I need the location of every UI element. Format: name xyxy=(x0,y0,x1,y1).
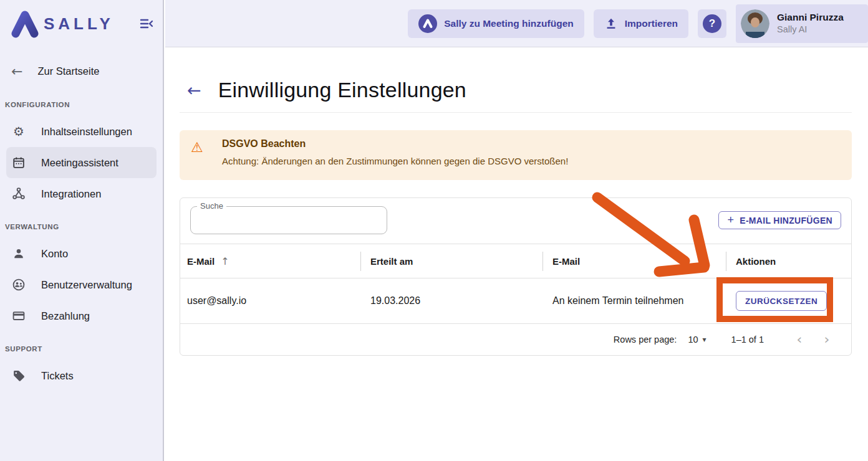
menu-collapse-icon[interactable] xyxy=(139,16,154,31)
search-field-label: Suche xyxy=(197,201,226,211)
person-icon xyxy=(11,246,26,261)
dropdown-caret-icon: ▾ xyxy=(703,335,706,344)
help-button[interactable]: ? xyxy=(698,9,726,38)
title-divider xyxy=(180,112,852,113)
table-pagination: Rows per page: 10 ▾ 1–1 of 1 ‹ › xyxy=(180,324,851,354)
credit-card-icon xyxy=(11,308,26,323)
cell-consent: An keinem Termin teilnehmen xyxy=(543,278,726,323)
dsgvo-warning-alert: ⚠ DSGVO Beachten Achtung: Änderungen an … xyxy=(180,130,852,180)
sidebar-item-benutzerverwaltung[interactable]: Benutzerverwaltung xyxy=(6,269,157,300)
page-back-button[interactable]: ← xyxy=(187,80,201,100)
sidebar-section-support: SUPPORT xyxy=(5,345,163,355)
user-profile-menu[interactable]: Gianni Piruzza Sally AI xyxy=(736,4,868,43)
upload-icon xyxy=(604,17,618,31)
add-email-label: E-MAIL HINZUFÜGEN xyxy=(740,216,832,226)
rows-per-page-select[interactable]: 10 ▾ xyxy=(688,335,706,345)
gear-icon: ⚙ xyxy=(11,124,26,139)
reset-button[interactable]: ZURÜCKSETZEN xyxy=(736,291,827,311)
user-name: Gianni Piruzza xyxy=(777,11,844,24)
sidebar-section-konfiguration: KONFIGURATION xyxy=(5,101,163,111)
search-input[interactable] xyxy=(191,207,387,234)
import-button[interactable]: Importieren xyxy=(594,9,688,38)
sidebar-nav-verwaltung: Konto Benutzerverwaltung xyxy=(0,238,163,331)
alert-message: Achtung: Änderungen an den Zustimmungen … xyxy=(222,156,568,166)
table-toolbar: Suche + E-MAIL HINZUFÜGEN xyxy=(180,198,851,244)
table-row: user@sally.io 19.03.2026 An keinem Termi… xyxy=(180,278,851,324)
cell-granted-on: 19.03.2026 xyxy=(361,278,543,323)
cell-email: user@sally.io xyxy=(180,278,361,323)
sidebar-back-home[interactable]: ← Zur Startseite xyxy=(0,60,163,82)
pagination-range: 1–1 of 1 xyxy=(731,335,764,345)
page-title: Einwilligung Einstellungen xyxy=(218,78,466,102)
import-label: Importieren xyxy=(625,18,678,29)
sidebar-nav-support: Tickets xyxy=(0,360,163,391)
previous-page-button[interactable]: ‹ xyxy=(790,333,809,346)
sally-logo-icon xyxy=(10,9,40,39)
warning-icon: ⚠ xyxy=(191,140,207,172)
add-sally-to-meeting-button[interactable]: Sally zu Meeting hinzufügen xyxy=(408,9,584,38)
sally-badge-icon xyxy=(418,14,437,33)
column-header-email[interactable]: E-Mail ↑ xyxy=(180,244,361,278)
tag-icon xyxy=(11,368,26,383)
users-group-icon xyxy=(11,277,26,292)
table-header-row: E-Mail ↑ Erteilt am E-Mail Aktionen xyxy=(180,244,851,278)
sort-ascending-icon: ↑ xyxy=(221,255,229,267)
plus-icon: + xyxy=(727,214,734,227)
rows-per-page-label: Rows per page: xyxy=(614,335,677,345)
sidebar-nav: ⚙ Inhaltseinstellungen Meetingassistent xyxy=(0,116,163,209)
column-header-aktionen: Aktionen xyxy=(726,244,851,278)
add-sally-to-meeting-label: Sally zu Meeting hinzufügen xyxy=(444,18,574,29)
back-home-label: Zur Startseite xyxy=(37,65,99,77)
next-page-button[interactable]: › xyxy=(817,333,836,346)
sidebar: SALLY ← Zur Startseite KONFIGURATION ⚙ I… xyxy=(0,0,164,461)
calendar-icon xyxy=(11,155,26,170)
consent-table-card: Suche + E-MAIL HINZUFÜGEN E-Mail ↑ Ertei… xyxy=(180,197,852,356)
sidebar-item-meetingassistent[interactable]: Meetingassistent xyxy=(6,147,157,178)
sidebar-item-integrationen[interactable]: Integrationen xyxy=(6,178,157,209)
app-window: SALLY ← Zur Startseite KONFIGURATION ⚙ I… xyxy=(0,0,868,461)
help-icon: ? xyxy=(703,14,721,33)
avatar xyxy=(741,9,769,38)
back-arrow-icon: ← xyxy=(11,64,22,79)
sidebar-item-tickets[interactable]: Tickets xyxy=(6,360,157,391)
topbar: Sally zu Meeting hinzufügen Importieren … xyxy=(165,0,868,47)
hub-icon xyxy=(11,186,26,201)
column-header-erteilt-am[interactable]: Erteilt am xyxy=(361,244,543,278)
brand-name: SALLY xyxy=(44,14,139,34)
search-field: Suche xyxy=(190,206,387,234)
alert-title: DSGVO Beachten xyxy=(222,138,568,150)
main-content: ← Einwilligung Einstellungen ⚠ DSGVO Bea… xyxy=(165,48,868,461)
sidebar-item-bezahlung[interactable]: Bezahlung xyxy=(6,300,157,331)
add-email-button[interactable]: + E-MAIL HINZUFÜGEN xyxy=(718,211,841,229)
sidebar-section-verwaltung: VERWALTUNG xyxy=(5,223,163,233)
column-header-email-2[interactable]: E-Mail xyxy=(543,244,726,278)
brand-header: SALLY xyxy=(0,0,163,40)
sidebar-item-inhaltseinstellungen[interactable]: ⚙ Inhaltseinstellungen xyxy=(6,116,157,147)
sidebar-item-konto[interactable]: Konto xyxy=(6,238,157,269)
user-subtitle: Sally AI xyxy=(777,24,844,36)
